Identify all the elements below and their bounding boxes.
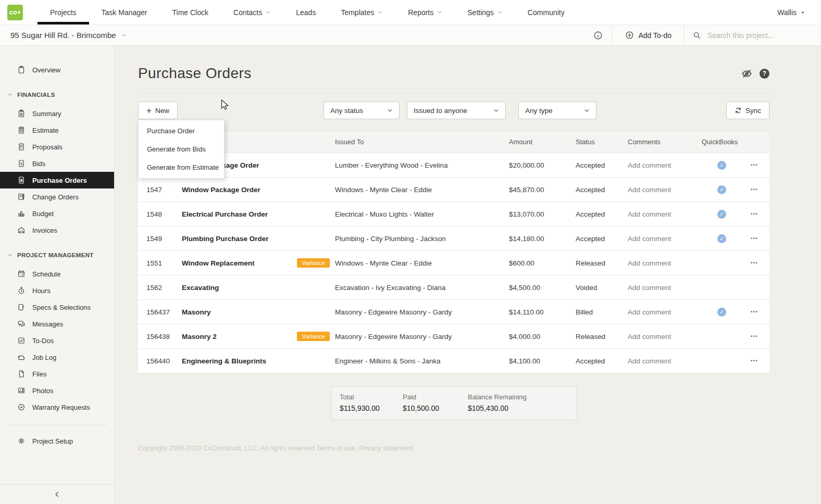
- sidebar-item-specs-selections[interactable]: Specs & Selections: [0, 299, 114, 316]
- issued-to: Masonry - Edgewire Masonry - Gardy: [335, 333, 509, 341]
- sidebar-item-overview[interactable]: Overview: [0, 61, 114, 78]
- row-actions-button[interactable]: •••: [750, 185, 759, 194]
- row-actions-button[interactable]: •••: [750, 307, 759, 317]
- sidebar-item-files[interactable]: Files: [0, 366, 114, 382]
- menu-item-generate-from-estimate[interactable]: Generate from Estimate: [139, 158, 224, 177]
- nav-item-templates[interactable]: Templates: [328, 0, 395, 24]
- row-actions-button[interactable]: •••: [750, 356, 759, 366]
- add-comment-button[interactable]: Add comment: [628, 357, 702, 365]
- menu-item-generate-from-bids[interactable]: Generate from Bids: [139, 140, 224, 158]
- issued-to: Excavation - Ivy Excavating - Diana: [335, 284, 509, 292]
- app-logo[interactable]: co+: [7, 5, 23, 20]
- sync-button-label: Sync: [745, 107, 761, 115]
- po-number: 1548: [138, 210, 182, 218]
- add-comment-button[interactable]: Add comment: [628, 161, 702, 169]
- row-actions-button[interactable]: •••: [750, 160, 759, 170]
- sidebar-item-proposals[interactable]: Proposals: [0, 138, 114, 155]
- hide-financials-button[interactable]: [741, 68, 752, 79]
- add-comment-button[interactable]: Add comment: [628, 210, 702, 218]
- nav-item-community[interactable]: Community: [515, 0, 577, 24]
- type-filter[interactable]: Any type: [518, 102, 596, 119]
- add-comment-button[interactable]: Add comment: [628, 259, 702, 267]
- po-title-link[interactable]: Masonry 2: [182, 333, 217, 341]
- sidebar-item-job-log[interactable]: Job Log: [0, 349, 114, 366]
- sidebar-item-messages[interactable]: Messages: [0, 316, 114, 332]
- sidebar-collapse-button[interactable]: [48, 489, 66, 500]
- sidebar-item-label: Hours: [32, 287, 51, 295]
- sidebar-nav: OverviewFINANCIALSSummaryEstimateProposa…: [0, 61, 114, 415]
- sidebar-item-schedule[interactable]: Schedule: [0, 266, 114, 282]
- status-filter[interactable]: Any status: [324, 102, 400, 119]
- plus-icon: +: [146, 106, 152, 115]
- balance-block: Balance Remaining $105,430.00: [468, 393, 527, 412]
- project-search: [685, 25, 821, 45]
- menu-item-purchase-order[interactable]: Purchase Order: [139, 122, 224, 140]
- help-button[interactable]: ?: [760, 69, 769, 79]
- row-actions-button[interactable]: •••: [750, 209, 759, 219]
- info-button[interactable]: [584, 25, 612, 45]
- quickbooks-cell: ✓: [702, 161, 749, 170]
- issued-to-filter[interactable]: Issued to anyone: [407, 102, 506, 119]
- add-comment-button[interactable]: Add comment: [628, 284, 702, 292]
- sidebar-item-invoices[interactable]: Invoices: [0, 222, 114, 238]
- sidebar-item-project-setup[interactable]: Project Setup: [0, 433, 114, 449]
- svg-text:$: $: [20, 161, 23, 166]
- sidebar-item-estimate[interactable]: Estimate: [0, 122, 114, 138]
- sidebar-spacer: [0, 449, 114, 484]
- add-comment-button[interactable]: Add comment: [628, 235, 702, 243]
- selected-value: Any status: [330, 107, 363, 115]
- sidebar-section-project-management[interactable]: PROJECT MANAGEMENT: [0, 252, 114, 258]
- hours-icon: [17, 286, 26, 295]
- nav-item-time-clock[interactable]: Time Clock: [160, 0, 221, 24]
- sidebar-section-title: FINANCIALS: [17, 92, 55, 98]
- table-row: 1551Window ReplacementVarianceWindows - …: [138, 251, 769, 275]
- nav-item-task-manager[interactable]: Task Manager: [89, 0, 160, 24]
- sidebar-item-warranty-requests[interactable]: Warranty Requests: [0, 399, 114, 415]
- nav-item-leads[interactable]: Leads: [283, 0, 328, 24]
- sidebar-item-to-dos[interactable]: To-Dos: [0, 332, 114, 349]
- table-row: 156438Masonry 2VarianceMasonry - Edgewir…: [138, 324, 769, 349]
- add-comment-button[interactable]: Add comment: [628, 186, 702, 194]
- sidebar-item-label: Files: [32, 370, 46, 378]
- project-selector[interactable]: 95 Sugar Hill Rd. - Brimcombe: [0, 31, 127, 40]
- nav-item-label: Templates: [341, 8, 374, 17]
- search-input[interactable]: [706, 31, 805, 40]
- sync-button[interactable]: Sync: [726, 102, 769, 119]
- add-comment-button[interactable]: Add comment: [628, 308, 702, 316]
- status: Voided: [576, 284, 628, 292]
- sidebar-item-change-orders[interactable]: Change Orders: [0, 188, 114, 205]
- status: Accepted: [576, 357, 628, 365]
- chevron-down-icon: [493, 108, 499, 114]
- sidebar-item-budget[interactable]: Budget: [0, 205, 114, 222]
- add-comment-button[interactable]: Add comment: [628, 333, 702, 341]
- po-title-link[interactable]: Window Package Order: [182, 186, 260, 194]
- po-title-link[interactable]: Masonry: [182, 308, 211, 316]
- nav-item-contacts[interactable]: Contacts: [221, 0, 283, 24]
- nav-item-projects[interactable]: Projects: [38, 0, 89, 24]
- row-actions-button[interactable]: •••: [750, 332, 759, 341]
- sidebar-section-financials[interactable]: FINANCIALS: [0, 92, 114, 98]
- actions-cell: •••: [749, 307, 769, 317]
- user-menu[interactable]: Wallis: [777, 8, 821, 17]
- row-actions-button[interactable]: •••: [750, 234, 759, 243]
- po-title-link[interactable]: Electrical Purchase Order: [182, 210, 268, 218]
- po-title-link[interactable]: Excavating: [182, 284, 219, 292]
- nav-item-reports[interactable]: Reports: [395, 0, 455, 24]
- po-title-link[interactable]: Window Replacement: [182, 259, 254, 267]
- row-actions-button[interactable]: •••: [750, 258, 759, 268]
- nav-item-settings[interactable]: Settings: [455, 0, 515, 24]
- status: Accepted: [576, 210, 628, 218]
- sidebar-item-photos[interactable]: Photos: [0, 382, 114, 399]
- sidebar-item-summary[interactable]: Summary: [0, 105, 114, 122]
- amount: $4,100.00: [509, 357, 576, 365]
- new-button[interactable]: + New: [138, 102, 178, 119]
- paid-block: Paid $10,500.00: [403, 393, 468, 412]
- sidebar-item-purchase-orders[interactable]: Purchase Orders: [0, 172, 114, 188]
- sidebar-item-hours[interactable]: Hours: [0, 282, 114, 299]
- table-row: 156437MasonryMasonry - Edgewire Masonry …: [138, 300, 769, 324]
- po-title-link[interactable]: Engineering & Blueprints: [182, 357, 266, 365]
- new-po-dropdown-menu: Purchase OrderGenerate from BidsGenerate…: [138, 120, 225, 179]
- sidebar-item-bids[interactable]: $Bids: [0, 155, 114, 172]
- add-todo-button[interactable]: Add To-do: [613, 25, 684, 45]
- po-title-link[interactable]: Plumbing Purchase Order: [182, 235, 269, 243]
